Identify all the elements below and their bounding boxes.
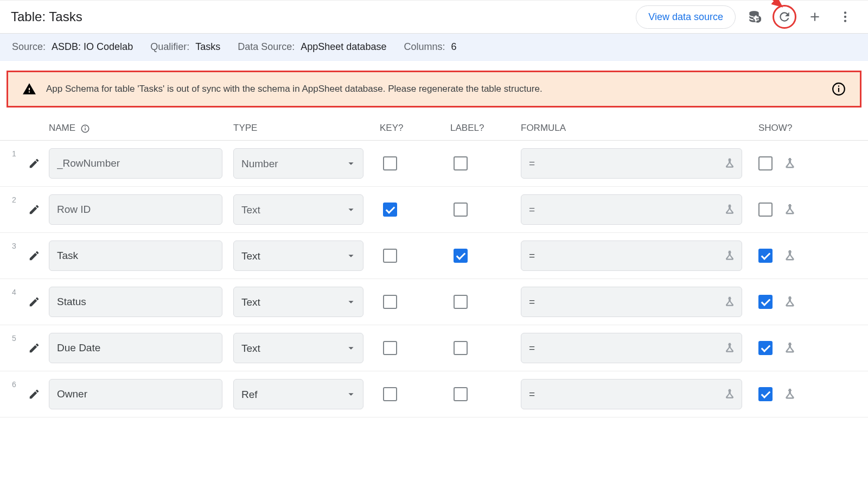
column-name-input[interactable] [49, 194, 222, 225]
refresh-icon [777, 10, 792, 24]
plus-icon [808, 10, 822, 24]
source-value: ASDB: IO Codelab [52, 41, 133, 52]
column-name-input[interactable] [49, 241, 222, 271]
edit-button[interactable] [25, 339, 43, 357]
flask-icon[interactable] [783, 388, 796, 401]
columns-table-body: 1 Number [0, 141, 868, 418]
pencil-icon [28, 204, 40, 216]
table-row: 5 Text [0, 325, 868, 371]
row-number: 2 [12, 194, 25, 204]
columns-label: Columns: [404, 41, 445, 52]
key-checkbox[interactable] [383, 249, 397, 263]
flask-icon[interactable] [783, 203, 796, 216]
pencil-icon [28, 250, 40, 262]
columns-header: NAME TYPE KEY? LABEL? FORMULA SHOW? [0, 113, 868, 141]
label-checkbox[interactable] [454, 156, 468, 170]
flask-icon[interactable] [724, 342, 736, 354]
datasource-field: Data Source: AppSheet database [238, 41, 386, 53]
column-name-input[interactable] [49, 333, 222, 363]
more-button[interactable] [833, 5, 857, 29]
more-vert-icon [838, 10, 852, 24]
column-type-select[interactable]: Number [233, 148, 363, 179]
page-title: Table: Tasks [11, 9, 82, 24]
formula-input[interactable] [521, 287, 742, 317]
table-row: 1 Number [0, 141, 868, 187]
svg-rect-8 [85, 128, 86, 130]
pencil-icon [28, 296, 40, 308]
source-field: Source: ASDB: IO Codelab [12, 41, 133, 53]
flask-icon[interactable] [724, 296, 736, 308]
formula-input[interactable] [521, 241, 742, 271]
qualifier-value: Tasks [195, 41, 220, 52]
metadata-bar: Source: ASDB: IO Codelab Qualifier: Task… [0, 34, 868, 61]
edit-button[interactable] [25, 200, 43, 219]
info-icon[interactable] [832, 82, 846, 96]
source-label: Source: [12, 41, 46, 52]
key-checkbox[interactable] [383, 387, 397, 401]
svg-point-1 [844, 11, 846, 14]
view-data-source-button[interactable]: View data source [636, 5, 736, 29]
label-checkbox[interactable] [454, 387, 468, 401]
flask-icon[interactable] [783, 341, 796, 355]
flask-icon[interactable] [783, 249, 796, 262]
column-type-select[interactable]: Text [233, 287, 363, 317]
show-checkbox[interactable] [758, 295, 773, 309]
edit-button[interactable] [25, 154, 43, 173]
column-type-select[interactable]: Text [233, 194, 363, 225]
formula-input[interactable] [521, 333, 742, 363]
edit-button[interactable] [25, 293, 43, 311]
show-checkbox[interactable] [758, 249, 773, 263]
row-number: 6 [12, 379, 25, 389]
label-checkbox[interactable] [454, 249, 468, 263]
formula-input[interactable] [521, 148, 742, 179]
column-type-select[interactable]: Text [233, 241, 363, 271]
flask-icon[interactable] [724, 250, 736, 262]
data-settings-button[interactable] [742, 5, 766, 29]
warning-banner: App Schema for table 'Tasks' is out of s… [8, 72, 860, 106]
formula-input[interactable] [521, 379, 742, 409]
col-header-show: SHOW? [758, 123, 856, 134]
column-name-input[interactable] [49, 148, 222, 179]
label-checkbox[interactable] [454, 295, 468, 309]
flask-icon[interactable] [724, 204, 736, 216]
edit-button[interactable] [25, 246, 43, 265]
label-checkbox[interactable] [454, 203, 468, 217]
row-number: 3 [12, 241, 25, 250]
label-checkbox[interactable] [454, 341, 468, 355]
flask-icon[interactable] [783, 157, 796, 170]
flask-icon[interactable] [724, 157, 736, 169]
flask-icon[interactable] [724, 388, 736, 400]
svg-rect-5 [838, 88, 839, 92]
qualifier-field: Qualifier: Tasks [150, 41, 220, 53]
warning-text: App Schema for table 'Tasks' is out of s… [46, 84, 542, 94]
formula-input[interactable] [521, 194, 742, 225]
col-header-type: TYPE [233, 123, 380, 134]
key-checkbox[interactable] [383, 295, 397, 309]
svg-point-3 [844, 20, 846, 22]
qualifier-label: Qualifier: [150, 41, 189, 52]
key-checkbox[interactable] [383, 156, 397, 170]
show-checkbox[interactable] [758, 341, 773, 355]
key-checkbox[interactable] [383, 341, 397, 355]
column-type-select[interactable]: Text [233, 333, 363, 363]
col-header-formula: FORMULA [521, 123, 758, 134]
table-row: 3 Text [0, 233, 868, 279]
col-header-label: LABEL? [450, 123, 521, 134]
svg-point-2 [844, 16, 846, 18]
svg-line-0 [760, 0, 782, 7]
show-checkbox[interactable] [758, 156, 773, 170]
topbar: Table: Tasks View data source [0, 0, 868, 34]
show-checkbox[interactable] [758, 203, 773, 217]
column-name-input[interactable] [49, 379, 222, 409]
column-name-input[interactable] [49, 287, 222, 317]
add-button[interactable] [803, 5, 827, 29]
regenerate-button[interactable] [773, 5, 796, 29]
datasource-value: AppSheet database [301, 41, 386, 52]
edit-button[interactable] [25, 385, 43, 403]
database-gear-icon [747, 10, 761, 24]
column-type-select[interactable]: Ref [233, 379, 363, 409]
info-icon[interactable] [80, 124, 90, 134]
show-checkbox[interactable] [758, 387, 773, 401]
key-checkbox[interactable] [383, 203, 397, 217]
flask-icon[interactable] [783, 295, 796, 308]
